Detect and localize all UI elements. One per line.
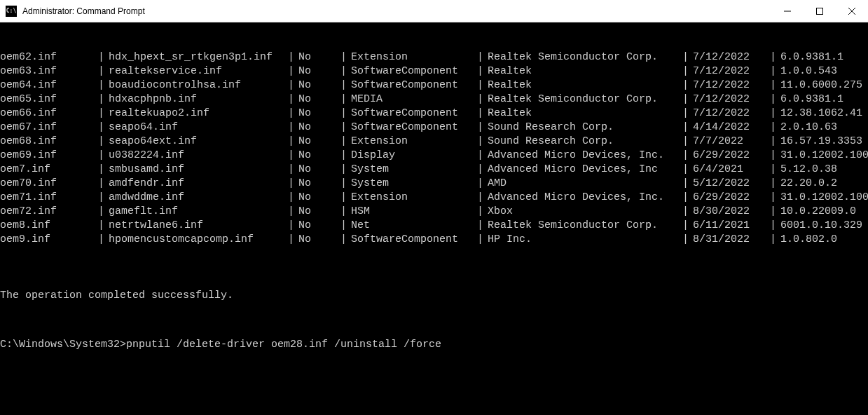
col-original-name: amdfendr.inf: [109, 177, 288, 191]
column-separator: |: [477, 163, 488, 177]
col-published-name: oem7.inf: [0, 163, 98, 177]
col-date: 6/29/2022: [693, 191, 770, 205]
svg-rect-1: [817, 8, 823, 14]
terminal-output[interactable]: oem62.inf|hdx_hpext_sr_rtkgen3p1.inf|No|…: [0, 22, 868, 415]
col-class: Extension: [351, 191, 477, 205]
column-separator: |: [477, 121, 488, 135]
col-inbox: No: [298, 177, 340, 191]
col-class: System: [351, 163, 477, 177]
col-version: 6001.0.10.329: [780, 219, 868, 233]
maximize-button[interactable]: [804, 0, 836, 22]
driver-row: oem64.inf|boaudiocontrolhsa.inf|No|Softw…: [0, 79, 868, 93]
column-separator: |: [98, 79, 109, 93]
column-separator: |: [770, 177, 780, 191]
column-separator: |: [98, 163, 109, 177]
col-class: HSM: [351, 205, 477, 219]
column-separator: |: [682, 50, 693, 64]
column-separator: |: [477, 177, 488, 191]
driver-row: oem63.inf|realtekservice.inf|No|Software…: [0, 64, 868, 79]
column-separator: |: [682, 233, 693, 247]
col-published-name: oem62.inf: [0, 50, 98, 64]
column-separator: |: [770, 121, 780, 135]
col-inbox: No: [298, 121, 340, 135]
column-separator: |: [288, 121, 298, 135]
driver-row: oem62.inf|hdx_hpext_sr_rtkgen3p1.inf|No|…: [0, 50, 868, 64]
column-separator: |: [477, 149, 488, 163]
col-version: 12.38.1062.41: [780, 107, 868, 121]
col-version: 31.0.12002.1002: [780, 191, 868, 205]
column-separator: |: [98, 135, 109, 149]
column-separator: |: [770, 64, 780, 79]
col-class: SoftwareComponent: [351, 107, 477, 121]
window-controls: [771, 0, 868, 22]
col-date: 7/12/2022: [693, 93, 770, 107]
driver-row: oem69.inf|u0382224.inf|No|Display|Advanc…: [0, 149, 868, 163]
col-class: Net: [351, 219, 477, 233]
column-separator: |: [288, 135, 298, 149]
col-original-name: seapo64ext.inf: [109, 135, 288, 149]
column-separator: |: [340, 79, 351, 93]
column-separator: |: [288, 50, 298, 64]
col-inbox: No: [298, 107, 340, 121]
column-separator: |: [98, 219, 109, 233]
driver-row: oem72.inf|gameflt.inf|No|HSM|Xbox|8/30/2…: [0, 205, 868, 219]
col-date: 8/30/2022: [693, 205, 770, 219]
col-published-name: oem63.inf: [0, 64, 98, 79]
column-separator: |: [288, 177, 298, 191]
titlebar[interactable]: C:\ Administrator: Command Prompt: [0, 0, 868, 22]
col-class: Extension: [351, 50, 477, 64]
col-date: 7/12/2022: [693, 64, 770, 79]
column-separator: |: [288, 219, 298, 233]
column-separator: |: [340, 93, 351, 107]
col-provider: Realtek Semiconductor Corp.: [488, 219, 682, 233]
column-separator: |: [477, 191, 488, 205]
col-inbox: No: [298, 219, 340, 233]
column-separator: |: [477, 107, 488, 121]
column-separator: |: [770, 233, 780, 247]
col-class: MEDIA: [351, 93, 477, 107]
column-separator: |: [288, 93, 298, 107]
cwd-prompt: C:\Windows\System32>: [0, 339, 126, 351]
col-original-name: amdwddme.inf: [109, 191, 288, 205]
command-input[interactable]: pnputil /delete-driver oem28.inf /uninst…: [126, 339, 441, 351]
col-date: 6/4/2021: [693, 163, 770, 177]
minimize-button[interactable]: [771, 0, 804, 22]
column-separator: |: [682, 219, 693, 233]
col-version: 6.0.9381.1: [780, 50, 868, 64]
column-separator: |: [98, 191, 109, 205]
column-separator: |: [340, 233, 351, 247]
col-class: Display: [351, 149, 477, 163]
col-original-name: hdx_hpext_sr_rtkgen3p1.inf: [109, 50, 288, 64]
column-separator: |: [477, 79, 488, 93]
column-separator: |: [770, 50, 780, 64]
col-provider: Xbox: [488, 205, 682, 219]
col-original-name: hpomencustomcapcomp.inf: [109, 233, 288, 247]
column-separator: |: [770, 93, 780, 107]
col-provider: HP Inc.: [488, 233, 682, 247]
column-separator: |: [477, 219, 488, 233]
column-separator: |: [340, 205, 351, 219]
col-provider: Realtek: [488, 64, 682, 79]
column-separator: |: [770, 219, 780, 233]
column-separator: |: [770, 135, 780, 149]
column-separator: |: [288, 163, 298, 177]
column-separator: |: [682, 93, 693, 107]
column-separator: |: [340, 219, 351, 233]
column-separator: |: [770, 163, 780, 177]
col-date: 8/31/2022: [693, 233, 770, 247]
column-separator: |: [477, 233, 488, 247]
column-separator: |: [98, 107, 109, 121]
column-separator: |: [682, 205, 693, 219]
column-separator: |: [682, 107, 693, 121]
column-separator: |: [288, 79, 298, 93]
col-published-name: oem68.inf: [0, 135, 98, 149]
cmd-icon: C:\: [6, 6, 17, 17]
col-published-name: oem65.inf: [0, 93, 98, 107]
col-provider: Advanced Micro Devices, Inc.: [488, 149, 682, 163]
column-separator: |: [770, 205, 780, 219]
col-original-name: smbusamd.inf: [109, 163, 288, 177]
close-button[interactable]: [836, 0, 868, 22]
col-version: 16.57.19.3353: [780, 135, 868, 149]
col-provider: Sound Research Corp.: [488, 121, 682, 135]
driver-row: oem70.inf|amdfendr.inf|No|System|AMD|5/1…: [0, 177, 868, 191]
